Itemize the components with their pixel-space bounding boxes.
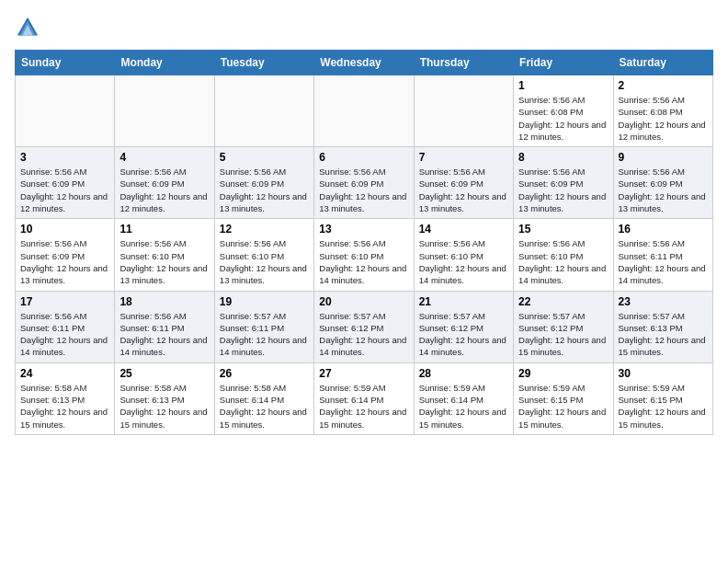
cell-info: Sunrise: 5:56 AM Sunset: 6:09 PM Dayligh… bbox=[319, 166, 408, 214]
calendar-cell: 6Sunrise: 5:56 AM Sunset: 6:09 PM Daylig… bbox=[314, 147, 414, 219]
calendar-cell: 14Sunrise: 5:56 AM Sunset: 6:10 PM Dayli… bbox=[414, 219, 513, 291]
calendar-cell: 27Sunrise: 5:59 AM Sunset: 6:14 PM Dayli… bbox=[314, 362, 414, 434]
calendar-cell: 26Sunrise: 5:58 AM Sunset: 6:14 PM Dayli… bbox=[214, 362, 313, 434]
cell-info: Sunrise: 5:59 AM Sunset: 6:14 PM Dayligh… bbox=[319, 382, 408, 431]
day-number: 12 bbox=[220, 223, 309, 236]
day-number: 15 bbox=[518, 223, 608, 236]
calendar-cell: 22Sunrise: 5:57 AM Sunset: 6:12 PM Dayli… bbox=[514, 291, 613, 362]
column-header-thursday: Thursday bbox=[414, 51, 513, 75]
calendar-cell bbox=[16, 75, 115, 147]
cell-info: Sunrise: 5:57 AM Sunset: 6:12 PM Dayligh… bbox=[518, 310, 608, 359]
column-header-friday: Friday bbox=[514, 51, 613, 75]
column-header-tuesday: Tuesday bbox=[214, 51, 313, 75]
calendar-cell bbox=[414, 75, 513, 147]
day-number: 25 bbox=[119, 367, 209, 380]
calendar-cell: 5Sunrise: 5:56 AM Sunset: 6:09 PM Daylig… bbox=[214, 147, 313, 219]
cell-info: Sunrise: 5:56 AM Sunset: 6:08 PM Dayligh… bbox=[619, 94, 708, 143]
day-number: 24 bbox=[20, 367, 109, 380]
day-number: 5 bbox=[220, 151, 309, 164]
calendar-cell: 4Sunrise: 5:56 AM Sunset: 6:09 PM Daylig… bbox=[115, 147, 214, 219]
day-number: 16 bbox=[619, 223, 708, 236]
logo bbox=[15, 15, 44, 40]
calendar-cell: 30Sunrise: 5:59 AM Sunset: 6:15 PM Dayli… bbox=[613, 362, 712, 434]
cell-info: Sunrise: 5:56 AM Sunset: 6:09 PM Dayligh… bbox=[419, 166, 508, 214]
calendar-cell: 8Sunrise: 5:56 AM Sunset: 6:09 PM Daylig… bbox=[514, 147, 613, 219]
day-number: 6 bbox=[319, 151, 408, 164]
cell-info: Sunrise: 5:59 AM Sunset: 6:15 PM Dayligh… bbox=[518, 382, 608, 431]
day-number: 20 bbox=[319, 295, 408, 308]
calendar-cell: 25Sunrise: 5:58 AM Sunset: 6:13 PM Dayli… bbox=[115, 362, 214, 434]
cell-info: Sunrise: 5:56 AM Sunset: 6:09 PM Dayligh… bbox=[220, 166, 309, 214]
calendar-cell: 3Sunrise: 5:56 AM Sunset: 6:09 PM Daylig… bbox=[16, 147, 115, 219]
day-number: 11 bbox=[119, 223, 209, 236]
calendar-cell: 7Sunrise: 5:56 AM Sunset: 6:09 PM Daylig… bbox=[414, 147, 513, 219]
cell-info: Sunrise: 5:57 AM Sunset: 6:12 PM Dayligh… bbox=[419, 310, 508, 359]
day-number: 22 bbox=[518, 295, 608, 308]
cell-info: Sunrise: 5:57 AM Sunset: 6:13 PM Dayligh… bbox=[619, 310, 708, 359]
day-number: 30 bbox=[619, 367, 708, 380]
column-header-monday: Monday bbox=[115, 51, 214, 75]
day-number: 21 bbox=[419, 295, 508, 308]
day-number: 2 bbox=[619, 79, 708, 92]
column-header-sunday: Sunday bbox=[16, 51, 115, 75]
calendar-cell: 11Sunrise: 5:56 AM Sunset: 6:10 PM Dayli… bbox=[115, 219, 214, 291]
cell-info: Sunrise: 5:56 AM Sunset: 6:10 PM Dayligh… bbox=[419, 237, 508, 286]
calendar-cell: 12Sunrise: 5:56 AM Sunset: 6:10 PM Dayli… bbox=[214, 219, 313, 291]
day-number: 19 bbox=[220, 295, 309, 308]
cell-info: Sunrise: 5:56 AM Sunset: 6:11 PM Dayligh… bbox=[619, 237, 708, 286]
calendar-cell: 18Sunrise: 5:56 AM Sunset: 6:11 PM Dayli… bbox=[115, 291, 214, 362]
cell-info: Sunrise: 5:59 AM Sunset: 6:15 PM Dayligh… bbox=[619, 382, 708, 431]
calendar-cell: 19Sunrise: 5:57 AM Sunset: 6:11 PM Dayli… bbox=[214, 291, 313, 362]
calendar-cell bbox=[115, 75, 214, 147]
calendar-cell: 24Sunrise: 5:58 AM Sunset: 6:13 PM Dayli… bbox=[16, 362, 115, 434]
day-number: 18 bbox=[119, 295, 209, 308]
calendar-cell: 9Sunrise: 5:56 AM Sunset: 6:09 PM Daylig… bbox=[613, 147, 712, 219]
day-number: 1 bbox=[518, 79, 608, 92]
cell-info: Sunrise: 5:56 AM Sunset: 6:09 PM Dayligh… bbox=[20, 237, 109, 286]
cell-info: Sunrise: 5:56 AM Sunset: 6:10 PM Dayligh… bbox=[518, 237, 608, 286]
cell-info: Sunrise: 5:56 AM Sunset: 6:09 PM Dayligh… bbox=[20, 166, 109, 214]
cell-info: Sunrise: 5:56 AM Sunset: 6:10 PM Dayligh… bbox=[220, 237, 309, 286]
calendar-cell: 2Sunrise: 5:56 AM Sunset: 6:08 PM Daylig… bbox=[613, 75, 712, 147]
cell-info: Sunrise: 5:59 AM Sunset: 6:14 PM Dayligh… bbox=[419, 382, 508, 431]
cell-info: Sunrise: 5:56 AM Sunset: 6:09 PM Dayligh… bbox=[119, 166, 209, 214]
cell-info: Sunrise: 5:58 AM Sunset: 6:13 PM Dayligh… bbox=[20, 382, 109, 431]
page-header bbox=[15, 15, 713, 40]
calendar-cell: 23Sunrise: 5:57 AM Sunset: 6:13 PM Dayli… bbox=[613, 291, 712, 362]
calendar-cell: 21Sunrise: 5:57 AM Sunset: 6:12 PM Dayli… bbox=[414, 291, 513, 362]
cell-info: Sunrise: 5:56 AM Sunset: 6:11 PM Dayligh… bbox=[119, 310, 209, 359]
day-number: 23 bbox=[619, 295, 708, 308]
cell-info: Sunrise: 5:58 AM Sunset: 6:14 PM Dayligh… bbox=[220, 382, 309, 431]
day-number: 29 bbox=[518, 367, 608, 380]
calendar-cell: 10Sunrise: 5:56 AM Sunset: 6:09 PM Dayli… bbox=[16, 219, 115, 291]
day-number: 14 bbox=[419, 223, 508, 236]
calendar-cell: 29Sunrise: 5:59 AM Sunset: 6:15 PM Dayli… bbox=[514, 362, 613, 434]
column-header-wednesday: Wednesday bbox=[314, 51, 414, 75]
calendar-cell: 1Sunrise: 5:56 AM Sunset: 6:08 PM Daylig… bbox=[514, 75, 613, 147]
cell-info: Sunrise: 5:58 AM Sunset: 6:13 PM Dayligh… bbox=[119, 382, 209, 431]
day-number: 13 bbox=[319, 223, 408, 236]
day-number: 8 bbox=[518, 151, 608, 164]
day-number: 28 bbox=[419, 367, 508, 380]
day-number: 4 bbox=[119, 151, 209, 164]
calendar-table: SundayMondayTuesdayWednesdayThursdayFrid… bbox=[15, 50, 713, 435]
cell-info: Sunrise: 5:56 AM Sunset: 6:09 PM Dayligh… bbox=[619, 166, 708, 214]
cell-info: Sunrise: 5:56 AM Sunset: 6:11 PM Dayligh… bbox=[20, 310, 109, 359]
calendar-cell: 28Sunrise: 5:59 AM Sunset: 6:14 PM Dayli… bbox=[414, 362, 513, 434]
cell-info: Sunrise: 5:56 AM Sunset: 6:10 PM Dayligh… bbox=[319, 237, 408, 286]
cell-info: Sunrise: 5:57 AM Sunset: 6:12 PM Dayligh… bbox=[319, 310, 408, 359]
day-number: 17 bbox=[20, 295, 109, 308]
cell-info: Sunrise: 5:57 AM Sunset: 6:11 PM Dayligh… bbox=[220, 310, 309, 359]
cell-info: Sunrise: 5:56 AM Sunset: 6:10 PM Dayligh… bbox=[119, 237, 209, 286]
cell-info: Sunrise: 5:56 AM Sunset: 6:09 PM Dayligh… bbox=[518, 166, 608, 214]
calendar-cell: 13Sunrise: 5:56 AM Sunset: 6:10 PM Dayli… bbox=[314, 219, 414, 291]
cell-info: Sunrise: 5:56 AM Sunset: 6:08 PM Dayligh… bbox=[518, 94, 608, 143]
calendar-cell: 16Sunrise: 5:56 AM Sunset: 6:11 PM Dayli… bbox=[613, 219, 712, 291]
calendar-cell bbox=[214, 75, 313, 147]
calendar-cell: 20Sunrise: 5:57 AM Sunset: 6:12 PM Dayli… bbox=[314, 291, 414, 362]
column-header-saturday: Saturday bbox=[613, 51, 712, 75]
logo-icon bbox=[15, 15, 40, 40]
day-number: 9 bbox=[619, 151, 708, 164]
day-number: 26 bbox=[220, 367, 309, 380]
calendar-cell: 15Sunrise: 5:56 AM Sunset: 6:10 PM Dayli… bbox=[514, 219, 613, 291]
